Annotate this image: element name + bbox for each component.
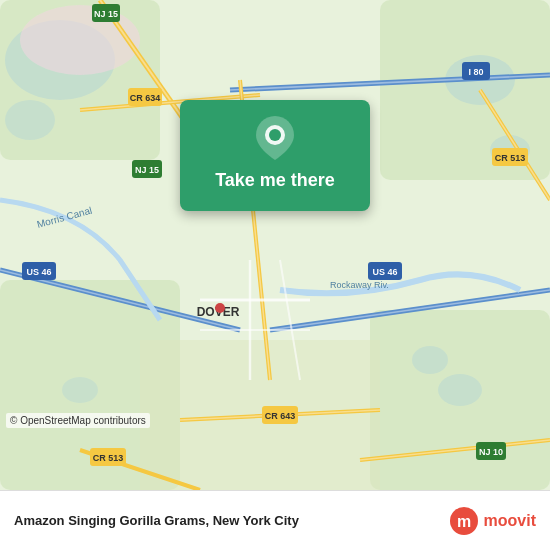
nj15-top-label: NJ 15 [94, 9, 118, 19]
moovit-text: moovit [484, 512, 536, 530]
svg-text:US 46: US 46 [26, 267, 51, 277]
svg-text:NJ 15: NJ 15 [135, 165, 159, 175]
svg-text:Rockaway Riv.: Rockaway Riv. [330, 280, 389, 290]
svg-text:NJ 10: NJ 10 [479, 447, 503, 457]
bottom-bar: Amazon Singing Gorilla Grams, New York C… [0, 490, 550, 550]
svg-text:CR 513: CR 513 [495, 153, 526, 163]
take-me-there-card[interactable]: Take me there [180, 100, 370, 211]
svg-text:CR 634: CR 634 [130, 93, 161, 103]
svg-text:I 80: I 80 [468, 67, 483, 77]
map-container: NJ 15 CR 634 I 80 US 46 NJ 15 CR 513 US … [0, 0, 550, 490]
bottom-text: Amazon Singing Gorilla Grams, New York C… [14, 513, 299, 528]
svg-text:US 46: US 46 [372, 267, 397, 277]
map-attribution: © OpenStreetMap contributors [6, 413, 150, 428]
moovit-icon: m [448, 505, 480, 537]
moovit-logo: m moovit [448, 505, 536, 537]
svg-text:m: m [456, 513, 470, 530]
location-title: Amazon Singing Gorilla Grams, New York C… [14, 513, 299, 528]
take-me-there-label: Take me there [215, 170, 335, 191]
svg-point-59 [215, 303, 225, 313]
svg-rect-11 [370, 310, 550, 490]
svg-point-13 [20, 5, 140, 75]
svg-text:CR 643: CR 643 [265, 411, 296, 421]
location-pin-icon [253, 116, 297, 160]
svg-point-61 [269, 129, 281, 141]
svg-text:CR 513: CR 513 [93, 453, 124, 463]
